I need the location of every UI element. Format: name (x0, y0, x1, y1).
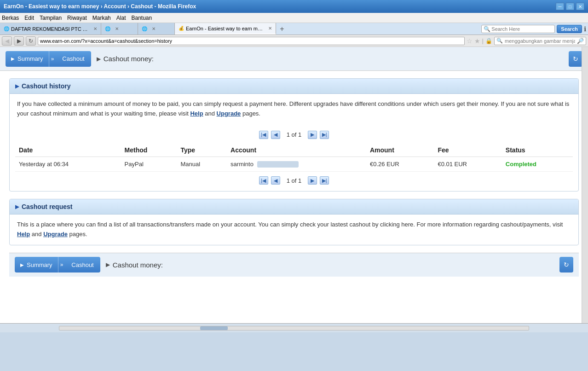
tab-bar: 🌐 DAFTAR REKOMENDASI PTC TERPERC... ✕ 🌐 … (0, 23, 588, 35)
first-page-btn-bottom[interactable]: |◀ (259, 176, 268, 185)
menu-berkas[interactable]: Berkas (2, 15, 19, 21)
next-page-btn-top[interactable]: ▶ (308, 131, 317, 139)
menu-markah[interactable]: Markah (92, 15, 111, 21)
forward-button[interactable]: ▶ (14, 36, 24, 46)
tab-close-1[interactable]: ✕ (115, 26, 119, 31)
tri-icon: ▶ (97, 56, 101, 62)
summary-label: Summary (17, 55, 43, 62)
double-arrow: » (51, 56, 54, 62)
title-bar: EarnOn - Easiest way to earn money › Acc… (0, 0, 588, 13)
cashout-request-header: ▶ Cashout request (10, 199, 578, 214)
info-icon[interactable]: ℹ (584, 25, 586, 33)
scrollbar-right[interactable] (582, 47, 588, 323)
maximize-button[interactable]: □ (566, 3, 574, 10)
tab-close-3[interactable]: ✕ (268, 26, 272, 31)
window-controls: ─ □ ✕ (556, 3, 584, 10)
sidebar-search-input[interactable] (505, 38, 575, 44)
tab-search-area: 🔍 Search ℹ (479, 23, 588, 35)
upgrade-link[interactable]: Upgrade (217, 110, 241, 117)
menu-alat[interactable]: Alat (116, 15, 126, 21)
blurred-account (257, 161, 299, 168)
magnify-icon[interactable]: 🔎 (577, 38, 584, 44)
prev-page-btn-top[interactable]: ◀ (271, 131, 280, 139)
scrollbar-thumb (200, 326, 228, 330)
refresh-button-top[interactable]: ↻ (569, 51, 582, 67)
cell-amount: €0.26 EUR (366, 157, 434, 172)
menu-bantuan[interactable]: Bantuan (131, 15, 152, 21)
bookmark-icon[interactable]: ☆ (467, 37, 473, 45)
status-badge: Completed (506, 161, 536, 168)
menu-edit[interactable]: Edit (24, 15, 34, 21)
sidebar-search-icon: 🔍 (496, 38, 503, 44)
address-input[interactable] (38, 37, 465, 45)
cashout-nav-button[interactable]: Cashout (56, 51, 91, 67)
minimize-button[interactable]: ─ (556, 3, 564, 10)
separator: | (482, 37, 484, 44)
nav-pill-top: ▶ Summary » Cashout (6, 51, 91, 67)
cell-status: Completed (502, 157, 573, 172)
cashout-request-body: This is a place where you can find a lis… (10, 214, 578, 245)
reload-button[interactable]: ↻ (26, 36, 36, 46)
summary-nav-button-bottom[interactable]: ▶ Summary (15, 257, 58, 272)
search-button[interactable]: Search (557, 25, 582, 33)
cell-type: Manual (177, 157, 227, 172)
summary-nav-button[interactable]: ▶ Summary (6, 51, 49, 67)
last-page-btn-bottom[interactable]: ▶| (320, 176, 329, 185)
col-date: Date (15, 144, 121, 157)
tab-favicon-3: 💰 (179, 26, 184, 31)
page-nav-top: ▶ Summary » Cashout ▶ Cashout money: ↻ (0, 47, 588, 71)
cashout-history-header: ▶ Cashout history (10, 79, 578, 94)
tab-favicon-2: 🌐 (142, 26, 147, 31)
cashout-history-title: Cashout history (22, 82, 71, 90)
help-link[interactable]: Help (190, 110, 203, 117)
tab-2[interactable]: 🌐 ✕ (138, 23, 175, 35)
search-input[interactable] (491, 26, 551, 32)
pagination-bottom: |◀ ◀ 1 of 1 ▶ ▶| (15, 174, 573, 187)
status-bar (0, 323, 588, 332)
menu-tampilan[interactable]: Tampilan (40, 15, 62, 21)
page-nav-bottom: ▶ Summary » Cashout ▶ Cashout money: ↻ (9, 253, 579, 277)
close-button[interactable]: ✕ (576, 3, 584, 10)
col-method: Method (121, 144, 177, 157)
double-arrow-bottom: » (60, 261, 63, 268)
upgrade-link-2[interactable]: Upgrade (43, 231, 68, 238)
bookmark-icon2: ★ (474, 37, 480, 45)
play-icon-bottom: ▶ (20, 262, 24, 267)
tab-close-2[interactable]: ✕ (152, 26, 156, 31)
refresh-button-bottom[interactable]: ↻ (559, 257, 573, 272)
tab-search-box: 🔍 (481, 25, 555, 33)
tab-favicon-0: 🌐 (4, 26, 9, 31)
tab-3[interactable]: 💰 EarnOn - Easiest way to earn money › .… (175, 23, 276, 35)
tab-label-0: DAFTAR REKOMENDASI PTC TERPERC... (11, 26, 91, 32)
page-info-top: 1 of 1 (283, 131, 306, 138)
cashout-money-label: Cashout money: (104, 55, 154, 63)
cashout-request-title: Cashout request (22, 203, 72, 210)
scrollbar-horizontal[interactable] (59, 326, 529, 330)
cashout-table: Date Method Type Account Amount Fee Stat… (15, 144, 573, 172)
tab-add-button[interactable]: + (276, 23, 288, 35)
next-page-btn-bottom[interactable]: ▶ (308, 176, 317, 185)
first-page-btn-top[interactable]: |◀ (259, 131, 268, 139)
col-fee: Fee (434, 144, 502, 157)
page-content: ▶ Summary » Cashout ▶ Cashout money: ↻ ▶… (0, 47, 588, 323)
tab-close-0[interactable]: ✕ (93, 26, 97, 31)
security-icon: 🔒 (485, 38, 492, 44)
prev-page-btn-bottom[interactable]: ◀ (271, 176, 280, 185)
cashout-nav-button-bottom[interactable]: Cashout (65, 257, 100, 272)
summary-label-bottom: Summary (27, 261, 52, 268)
tab-0[interactable]: 🌐 DAFTAR REKOMENDASI PTC TERPERC... ✕ (0, 23, 101, 35)
help-link-2[interactable]: Help (17, 231, 30, 238)
cashout-label: Cashout (62, 55, 84, 62)
cell-method: PayPal (121, 157, 177, 172)
back-button[interactable]: ◀ (2, 36, 12, 46)
col-amount: Amount (366, 144, 434, 157)
tab-1[interactable]: 🌐 ✕ (101, 23, 138, 35)
last-page-btn-top[interactable]: ▶| (320, 131, 329, 139)
cashout-history-text: If you have collected a minimum amount o… (17, 99, 571, 119)
col-type: Type (177, 144, 227, 157)
tab-favicon-1: 🌐 (105, 26, 110, 31)
pagination-top: |◀ ◀ 1 of 1 ▶ ▶| (15, 128, 573, 142)
menu-riwayat[interactable]: Riwayat (67, 15, 87, 21)
table-area: |◀ ◀ 1 of 1 ▶ ▶| Date Method Type Accoun… (10, 124, 578, 191)
address-bar: ◀ ▶ ↻ ☆ ★ | 🔒 🔍 🔎 (0, 35, 588, 47)
